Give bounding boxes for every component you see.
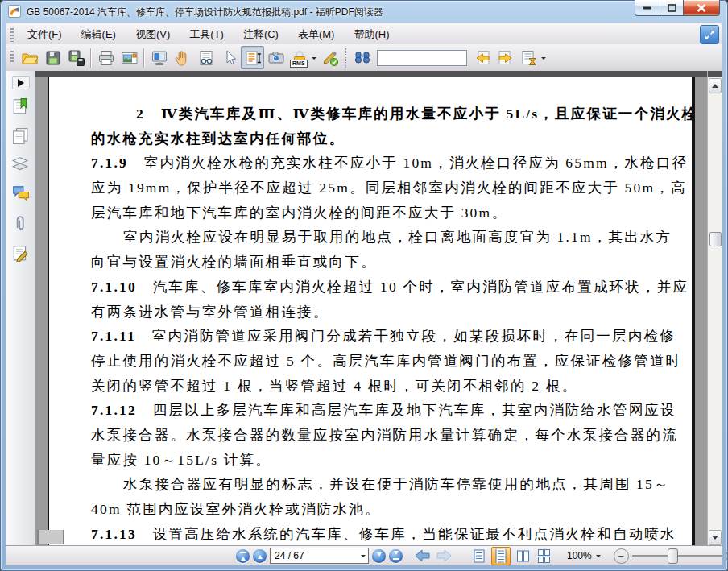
titlebar: GB 50067-2014 汽车库、修车库、停车场设计防火规范报批稿.pdf -… <box>0 0 728 23</box>
sidebar-expand-button[interactable] <box>12 76 30 89</box>
menu-help[interactable]: 帮助(H) <box>344 24 399 45</box>
select-tool-button[interactable] <box>217 46 241 69</box>
menu-comments[interactable]: 注释(C) <box>234 24 288 45</box>
scroll-up-button[interactable] <box>709 78 722 93</box>
single-page-icon <box>474 549 485 563</box>
doc-line: 层汽车库和地下汽车库的室内消火栓的间距不应大于 30m。 <box>91 201 626 226</box>
chevron-right-icon <box>18 79 28 87</box>
next-view-button[interactable] <box>494 46 517 69</box>
menu-forms[interactable]: 表单(M) <box>288 24 345 45</box>
previous-view-button[interactable] <box>470 46 494 69</box>
doc-line: 7.1.10 汽车库、修车库室内消火栓超过 10 个时，室内消防管道应布置成环状… <box>91 275 626 300</box>
sidebar-item-bookmarks[interactable] <box>11 97 29 115</box>
close-button[interactable] <box>683 0 720 16</box>
fit-screen-button[interactable] <box>147 46 171 69</box>
triangle-down-icon <box>377 552 382 559</box>
snapshot-button[interactable] <box>264 46 287 69</box>
expand-toolbar-button[interactable] <box>700 25 719 44</box>
save-all-button[interactable] <box>64 46 88 69</box>
triangle-down-icon <box>394 551 399 557</box>
sidebar-item-comments[interactable] <box>11 184 29 201</box>
minimize-button[interactable] <box>635 0 660 16</box>
sidebar-item-layers[interactable] <box>11 155 29 173</box>
next-view-icon <box>497 49 515 67</box>
layout-single-page-button[interactable] <box>470 548 488 565</box>
next-view-nav-button[interactable] <box>435 548 453 563</box>
sign-button[interactable] <box>318 46 341 69</box>
menu-edit[interactable]: 编辑(E) <box>72 24 126 45</box>
rms-label: RMS <box>290 60 308 68</box>
last-page-button[interactable] <box>389 549 403 563</box>
layout-facing-button[interactable] <box>514 548 532 565</box>
zoom-dropdown-caret[interactable] <box>596 555 601 560</box>
scroll-down-button[interactable] <box>709 530 722 545</box>
toolbar-separator <box>90 48 92 68</box>
next-page-button[interactable] <box>372 549 386 563</box>
triangle-up-icon <box>712 81 718 88</box>
comments-icon <box>11 184 29 201</box>
open-folder-icon <box>21 49 39 67</box>
layout-continuous-button[interactable] <box>491 547 511 565</box>
menu-view[interactable]: 视图(V) <box>126 24 180 45</box>
save-all-icon <box>68 49 85 67</box>
first-page-button[interactable] <box>236 549 250 563</box>
layout-continuous-facing-button[interactable] <box>535 548 552 565</box>
doc-line: 量应按 10～15L/s 计算。 <box>91 448 626 473</box>
app-window: GB 50067-2014 汽车库、修车库、停车场设计防火规范报批稿.pdf -… <box>0 0 728 571</box>
previous-page-button[interactable] <box>253 549 267 563</box>
printer-icon <box>97 49 115 67</box>
recent-documents-caret[interactable] <box>541 57 546 62</box>
triangle-up-icon <box>241 554 246 561</box>
send-email-button[interactable] <box>118 46 141 69</box>
doc-line: 7.1.13 设置高压给水系统的汽车库、修车库，当能保证最不利点消火栓和自动喷水 <box>91 522 626 546</box>
triangle-down-icon <box>712 536 718 543</box>
print-button[interactable] <box>94 46 118 69</box>
doc-line: 关闭的竖管不超过 1 根，当竖管超过 4 根时，可关闭不相邻的 2 根。 <box>91 374 626 399</box>
doc-line: 停止使用的消火栓不应超过 5 个。高层汽车库内管道阀门的布置，应保证检修管道时 <box>91 349 626 374</box>
sidebar-item-pages[interactable] <box>11 127 29 145</box>
bookmark-icon <box>11 97 29 115</box>
vertical-scrollbar-thumb[interactable] <box>709 232 722 246</box>
menubar-drag-handle[interactable] <box>10 28 14 42</box>
layers-icon <box>11 155 29 173</box>
select-text-button[interactable] <box>241 46 264 69</box>
search-input[interactable] <box>377 50 467 66</box>
slider-thumb[interactable] <box>668 548 678 564</box>
toolbar-separator <box>345 48 346 68</box>
doc-line: 7.1.12 四层以上多层汽车库和高层汽车库及地下汽车库，其室内消防给水管网应设 <box>91 398 626 423</box>
horizontal-scrollbar-thumb[interactable] <box>37 530 64 544</box>
rms-dropdown-caret[interactable] <box>312 57 316 62</box>
page-indicator: 24 / 67 <box>275 550 304 561</box>
document-hourglass-icon <box>520 49 538 67</box>
toolbar-drag-handle[interactable] <box>10 51 14 64</box>
rms-protect-button[interactable]: RMS <box>287 46 311 69</box>
read-mode-button[interactable] <box>194 46 217 69</box>
sidebar-item-signatures[interactable] <box>11 244 29 262</box>
combo-caret[interactable] <box>361 555 366 560</box>
save-button[interactable] <box>41 46 64 69</box>
open-button[interactable] <box>18 46 41 69</box>
hand-tool-button[interactable] <box>171 46 194 69</box>
toolbar-separator <box>143 48 145 68</box>
navigation-sidebar <box>6 71 35 546</box>
email-document-icon <box>121 49 139 67</box>
search-button[interactable] <box>350 46 374 69</box>
menu-tools[interactable]: 工具(T) <box>180 24 234 45</box>
recent-documents-button[interactable] <box>517 46 540 69</box>
menu-file[interactable]: 文件(F) <box>18 24 72 45</box>
zoom-slider[interactable] <box>632 548 722 563</box>
triangle-up-icon <box>258 552 263 559</box>
vertical-scrollbar[interactable] <box>707 71 722 546</box>
zoom-out-button[interactable]: − <box>614 548 629 564</box>
previous-view-nav-button[interactable] <box>414 548 432 563</box>
restore-button[interactable] <box>660 0 683 16</box>
doc-line: 水泵接合器应有明显的标志，并设在便于消防车停靠使用的地点，其周围 15～ <box>91 472 626 497</box>
page-number-combo[interactable]: 24 / 67 <box>270 548 369 564</box>
pdf-page[interactable]: 2 Ⅳ类汽车库及Ⅲ、Ⅳ类修车库的用水量不应小于 5L/s，且应保证一个消火栓的水… <box>48 77 695 546</box>
document-text: 2 Ⅳ类汽车库及Ⅲ、Ⅳ类修车库的用水量不应小于 5L/s，且应保证一个消火栓的水… <box>91 101 626 546</box>
doc-line: 40m 范围内应设室外消火栓或消防水池。 <box>91 497 626 522</box>
camera-icon <box>267 49 285 67</box>
sidebar-item-attachments[interactable] <box>11 214 29 232</box>
paperclip-icon <box>11 214 29 232</box>
scrollbar-top-shadow <box>708 71 722 77</box>
